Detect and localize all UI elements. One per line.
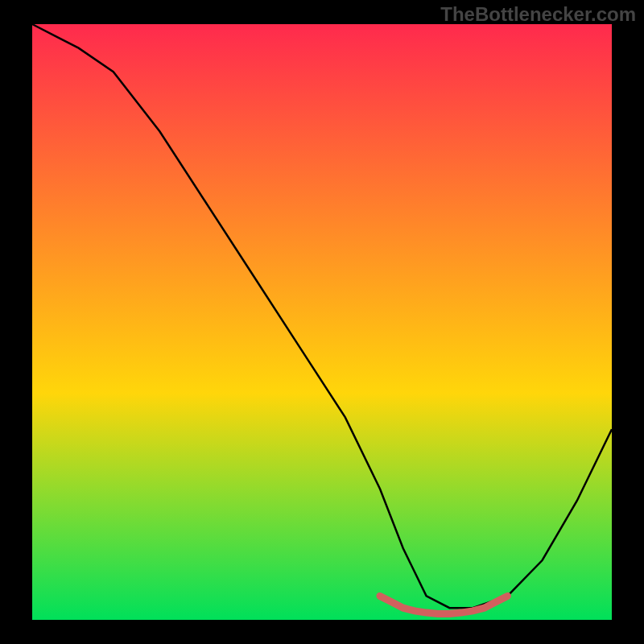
chart-svg [0,0,644,644]
plot-background [32,24,612,620]
watermark-text: TheBottlenecker.com [440,3,636,26]
chart-container: TheBottlenecker.com [0,0,644,644]
